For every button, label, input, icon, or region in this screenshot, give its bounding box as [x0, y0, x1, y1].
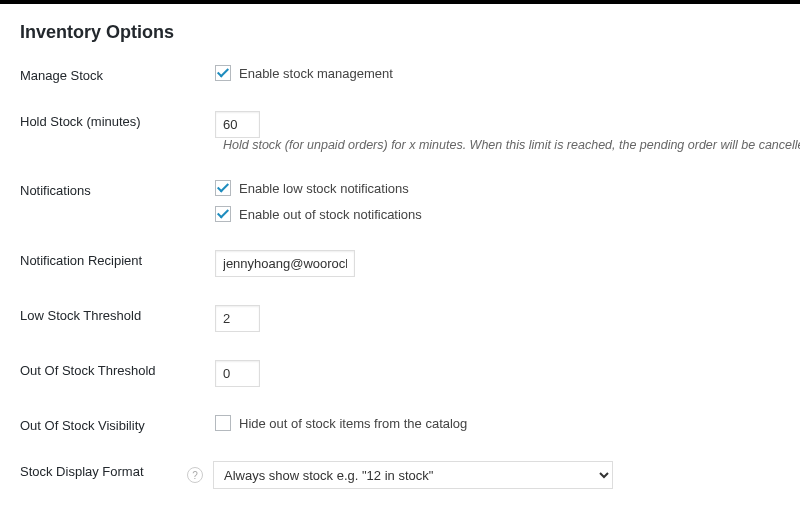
checkbox-label-manage-stock[interactable]: Enable stock management — [239, 66, 393, 81]
row-manage-stock: Manage Stock Enable stock management — [20, 65, 780, 83]
select-display-format[interactable]: Always show stock e.g. "12 in stock" — [213, 461, 613, 489]
label-manage-stock: Manage Stock — [20, 65, 215, 83]
checkbox-label-oos-notif[interactable]: Enable out of stock notifications — [239, 207, 422, 222]
hint-hold-stock: Hold stock (for unpaid orders) for x min… — [223, 138, 800, 152]
label-low-threshold: Low Stock Threshold — [20, 305, 215, 323]
row-oos-visibility: Out Of Stock Visibility Hide out of stoc… — [20, 415, 780, 433]
settings-panel: Inventory Options Manage Stock Enable st… — [0, 4, 800, 515]
checkbox-oos-notif[interactable] — [215, 206, 231, 222]
row-hold-stock: Hold Stock (minutes) Hold stock (for unp… — [20, 111, 780, 152]
input-hold-stock[interactable] — [215, 111, 260, 138]
input-oos-threshold[interactable] — [215, 360, 260, 387]
input-low-threshold[interactable] — [215, 305, 260, 332]
label-hold-stock: Hold Stock (minutes) — [20, 111, 215, 129]
checkbox-low-stock-notif[interactable] — [215, 180, 231, 196]
checkbox-label-low-stock-notif[interactable]: Enable low stock notifications — [239, 181, 409, 196]
row-notifications: Notifications Enable low stock notificat… — [20, 180, 780, 222]
label-oos-threshold: Out Of Stock Threshold — [20, 360, 215, 378]
row-oos-threshold: Out Of Stock Threshold — [20, 360, 780, 387]
label-display-format: Stock Display Format — [20, 461, 215, 479]
checkbox-label-oos-visibility[interactable]: Hide out of stock items from the catalog — [239, 416, 467, 431]
label-oos-visibility: Out Of Stock Visibility — [20, 415, 215, 433]
row-recipient: Notification Recipient — [20, 250, 780, 277]
row-low-threshold: Low Stock Threshold — [20, 305, 780, 332]
row-display-format: Stock Display Format ? Always show stock… — [20, 461, 780, 489]
input-recipient[interactable] — [215, 250, 355, 277]
help-icon[interactable]: ? — [187, 467, 203, 483]
checkbox-oos-visibility[interactable] — [215, 415, 231, 431]
page-title: Inventory Options — [20, 22, 780, 43]
checkbox-manage-stock[interactable] — [215, 65, 231, 81]
label-notifications: Notifications — [20, 180, 215, 198]
label-recipient: Notification Recipient — [20, 250, 215, 268]
